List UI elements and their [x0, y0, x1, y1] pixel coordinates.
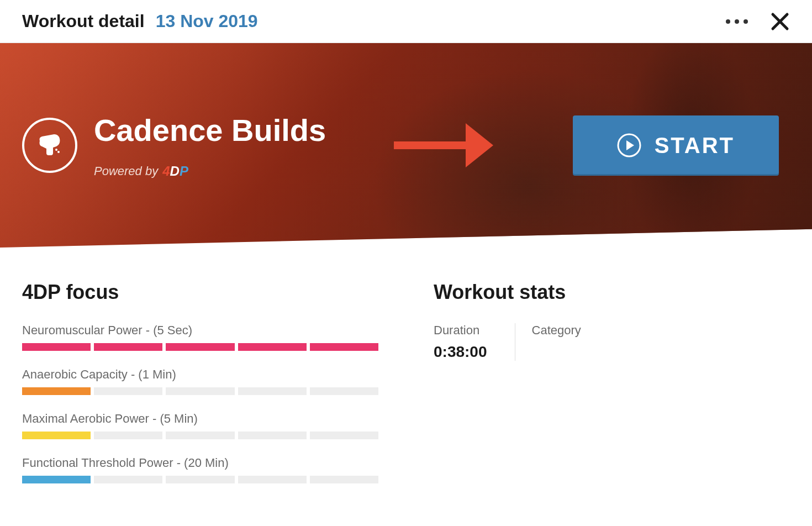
stat-label: Duration — [434, 323, 487, 338]
workout-title: Cadence Builds — [94, 112, 326, 148]
stats-title: Workout stats — [434, 281, 790, 304]
stat-category: Category — [532, 323, 609, 361]
bar-segment — [22, 476, 91, 483]
arrow-annotation — [394, 123, 504, 167]
bar-segment — [238, 476, 307, 483]
bar-segment — [22, 432, 91, 439]
arrow-head-icon — [466, 123, 493, 167]
bar-segment — [166, 432, 234, 439]
focus-bar-ftp — [22, 476, 378, 483]
bar-segment — [310, 343, 378, 351]
dots-icon — [735, 19, 739, 24]
header-right — [726, 12, 790, 31]
dots-icon — [744, 19, 748, 24]
header-bar: Workout detail 13 Nov 2019 — [0, 0, 812, 43]
bar-segment — [166, 476, 234, 483]
close-button[interactable] — [770, 12, 790, 31]
bar-segment — [310, 432, 378, 439]
bar-segment — [166, 343, 234, 351]
fdp-logo: 4DP — [162, 164, 188, 179]
focus-label: Anaerobic Capacity - (1 Min) — [22, 367, 378, 382]
focus-label: Neuromuscular Power - (5 Sec) — [22, 323, 378, 338]
stat-value: 0:38:00 — [434, 343, 487, 361]
bar-segment — [94, 387, 162, 395]
svg-point-3 — [57, 151, 60, 153]
start-button-label: START — [655, 133, 735, 158]
focus-label: Maximal Aerobic Power - (5 Min) — [22, 412, 378, 426]
focus-item: Maximal Aerobic Power - (5 Min) — [22, 412, 378, 439]
focus-item: Neuromuscular Power - (5 Sec) — [22, 323, 378, 351]
bar-segment — [94, 432, 162, 439]
page-title: Workout detail — [22, 11, 145, 31]
bar-segment — [238, 387, 307, 395]
focus-section: 4DP focus Neuromuscular Power - (5 Sec) … — [22, 281, 378, 500]
arrow-line-icon — [394, 141, 466, 149]
svg-point-2 — [55, 149, 57, 151]
focus-bar-anaerobic — [22, 387, 378, 395]
powered-by-line: Powered by 4DP — [94, 164, 326, 179]
workout-icon-circle — [22, 118, 77, 173]
bar-segment — [310, 476, 378, 483]
stats-row: Duration 0:38:00 Category — [434, 323, 790, 361]
focus-bar-maximal — [22, 432, 378, 439]
more-button[interactable] — [726, 19, 748, 24]
stats-section: Workout stats Duration 0:38:00 Category — [434, 281, 790, 500]
bar-segment — [238, 432, 307, 439]
bar-segment — [238, 343, 307, 351]
bar-segment — [166, 387, 234, 395]
bar-segment — [94, 476, 162, 483]
hero-text: Cadence Builds Powered by 4DP — [94, 112, 326, 179]
focus-title: 4DP focus — [22, 281, 378, 304]
focus-item: Functional Threshold Power - (20 Min) — [22, 456, 378, 483]
bar-segment — [94, 343, 162, 351]
bar-segment — [22, 343, 91, 351]
hero-left: Cadence Builds Powered by 4DP — [22, 112, 326, 179]
focus-label: Functional Threshold Power - (20 Min) — [22, 456, 378, 470]
header-left: Workout detail 13 Nov 2019 — [22, 11, 258, 31]
bar-segment — [22, 387, 91, 395]
close-icon — [770, 12, 790, 31]
workout-date[interactable]: 13 Nov 2019 — [156, 11, 258, 31]
hero-content: Cadence Builds Powered by 4DP START — [0, 43, 812, 248]
dots-icon — [726, 19, 730, 24]
play-icon — [617, 133, 641, 157]
focus-item: Anaerobic Capacity - (1 Min) — [22, 367, 378, 395]
dryer-icon — [34, 130, 65, 161]
focus-bar-neuromuscular — [22, 343, 378, 351]
powered-by-label: Powered by — [94, 164, 158, 178]
stat-duration: Duration 0:38:00 — [434, 323, 515, 361]
stat-label: Category — [532, 323, 581, 338]
hero-banner: Cadence Builds Powered by 4DP START — [0, 43, 812, 248]
content-area: 4DP focus Neuromuscular Power - (5 Sec) … — [0, 248, 812, 500]
start-button[interactable]: START — [573, 115, 779, 176]
bar-segment — [310, 387, 378, 395]
